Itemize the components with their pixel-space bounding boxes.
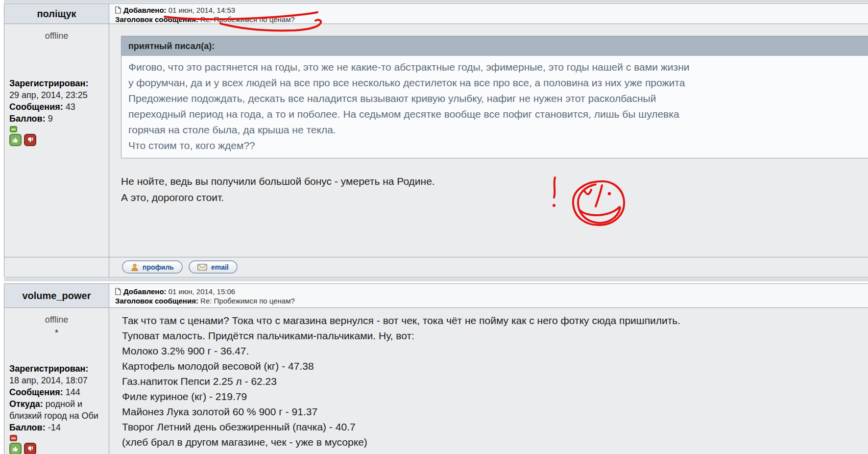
post: volume_power Добавлено: 01 июн, 2014, 15… (4, 283, 868, 454)
text-line: переходный период на года, а то и поболе… (128, 106, 868, 122)
posted-label: Добавлено: (123, 6, 167, 14)
points-value: -14 (48, 423, 61, 432)
karma-badge-icon (10, 126, 17, 132)
subject-label: Заголовок сообщения: (115, 297, 198, 305)
from-label: Откуда: (9, 399, 43, 409)
points-label: Баллов: (9, 114, 46, 124)
text-line: Газ.напиток Пепси 2.25 л - 62.23 (122, 374, 868, 389)
subject-line: Заголовок сообщения: Re: Пробежимся по ц… (115, 296, 868, 305)
text-line: горячая на столе была, да крыша не текла… (128, 122, 868, 138)
profile-info: Зарегистрирован: 18 апр, 2014, 18:07 Соо… (4, 363, 109, 433)
posted-line: Добавлено: 01 июн, 2014, 15:06 (115, 287, 868, 296)
post-actions: профиль email (109, 257, 868, 277)
thumbs-up-button[interactable] (9, 443, 22, 454)
subject-value: Re: Пробежимся по ценам? (200, 297, 295, 305)
profile-button[interactable]: профиль (122, 260, 183, 274)
registered-label: Зарегистрирован: (9, 364, 88, 374)
text-line: А это, дорогого стоит. (121, 189, 868, 205)
post-author: поліщук (37, 8, 76, 20)
thumbs-down-button[interactable] (24, 134, 36, 146)
author-cell: volume_power (4, 284, 109, 307)
profile-info: Зарегистрирован: 29 апр, 2014, 23:25 Соо… (4, 77, 109, 125)
subject-value: Re: Пробежимся по ценам? (200, 15, 295, 24)
posted-value: 01 июн, 2014, 15:06 (169, 287, 235, 296)
email-button[interactable]: email (189, 260, 238, 274)
post-sidebar: offline * Зарегистрирован: 18 апр, 2014,… (4, 308, 109, 454)
text-line: Предожение подождать, дескать все налади… (128, 91, 868, 106)
online-status: offline (4, 308, 109, 325)
text-line: Майонез Лука золотой 60 % 900 г - 91.37 (122, 404, 868, 419)
messages-value: 43 (66, 102, 75, 112)
email-button-label: email (211, 263, 229, 271)
post-sidebar: offline Зарегистрирован: 29 апр, 2014, 2… (4, 24, 109, 257)
registered-value: 29 апр, 2014, 23:25 (9, 89, 107, 101)
subject-line: Заголовок сообщения: Re: Пробежимся по ц… (115, 15, 868, 24)
post-sidebar-footer (4, 257, 109, 277)
text-line: (хлеб брал в другом магазине, чек - уже … (122, 434, 868, 450)
post-page-icon[interactable] (115, 288, 121, 295)
text-line: Филе куриное (кг) - 219.79 (122, 389, 868, 404)
online-status: offline (4, 24, 109, 41)
posted-value: 01 июн, 2014, 14:53 (169, 6, 235, 14)
points-value: 9 (48, 114, 53, 124)
text-line: Что стоим то, кого ждем?? (128, 138, 868, 153)
registered-value: 18 апр, 2014, 18:07 (9, 375, 107, 386)
text-line: Картофель молодой весовой (кг) - 47.38 (122, 358, 868, 374)
rank-stars: * (4, 328, 109, 338)
posted-line: Добавлено: 01 июн, 2014, 14:53 (115, 5, 868, 15)
forum-thread-page: поліщук Добавлено: 01 июн, 2014, 14:53 З… (0, 0, 868, 454)
text-line: Молоко 3.2% 900 г - 36.47. (122, 343, 868, 358)
text-line: у форумчан, да и у всех людей на все про… (128, 75, 868, 91)
quote-body: Фигово, что это растянется на годы, это … (121, 56, 868, 158)
text-line: Не нойте, ведь вы получили большой бонус… (121, 173, 868, 189)
envelope-icon (197, 264, 207, 271)
person-icon (131, 263, 139, 271)
post-body-text: Так что там с ценами? Тока что с магазин… (122, 313, 868, 450)
author-cell: поліщук (4, 4, 109, 24)
post-author: volume_power (22, 290, 91, 302)
table-gap-strip (4, 0, 868, 3)
profile-button-label: профиль (143, 263, 174, 271)
text-line: Творог Летний день обезжиренный (пачка) … (122, 419, 868, 434)
thumbs-up-button[interactable] (9, 134, 22, 146)
post-page-icon[interactable] (115, 6, 121, 14)
text-line: Так что там с ценами? Тока что с магазин… (122, 313, 868, 328)
reply-text: Не нойте, ведь вы получили большой бонус… (121, 173, 868, 205)
post-content: приятный писал(а): Фигово, что это растя… (109, 24, 868, 257)
registered-label: Зарегистрирован: (9, 78, 88, 88)
subject-label: Заголовок сообщения: (115, 15, 198, 24)
post: поліщук Добавлено: 01 июн, 2014, 14:53 З… (4, 3, 868, 277)
karma-badge-icon (10, 435, 17, 441)
quote-header: приятный писал(а): (121, 36, 868, 56)
messages-label: Сообщения: (9, 387, 63, 397)
quote-block: приятный писал(а): Фигово, что это растя… (121, 36, 868, 158)
thumbs-down-button[interactable] (24, 443, 36, 454)
points-label: Баллов: (9, 423, 46, 432)
messages-label: Сообщения: (9, 102, 63, 112)
table-gap-strip (4, 278, 868, 281)
messages-value: 144 (66, 387, 80, 397)
post-content: Так что там с ценами? Тока что с магазин… (109, 308, 868, 454)
post-meta: Добавлено: 01 июн, 2014, 15:06 Заголовок… (109, 284, 868, 307)
text-line: Фигово, что это растянется на годы, это … (128, 59, 868, 75)
posted-label: Добавлено: (123, 287, 167, 296)
text-line: Туповат малость. Придётся пальчиками-пал… (122, 328, 868, 343)
post-meta: Добавлено: 01 июн, 2014, 14:53 Заголовок… (109, 4, 868, 24)
